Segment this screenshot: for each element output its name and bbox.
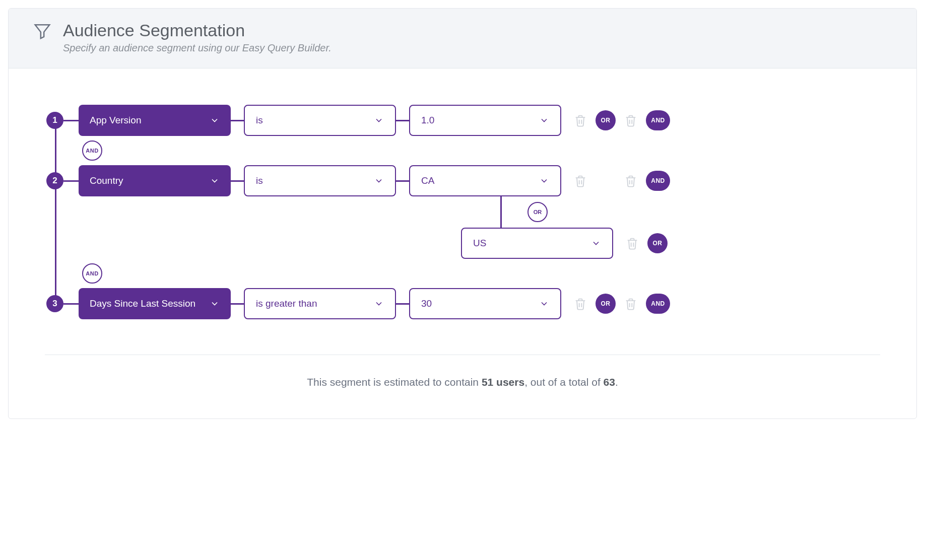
delete-or-group-button[interactable] <box>573 296 587 311</box>
card-header: Audience Segmentation Specify an audienc… <box>9 9 916 68</box>
step-badge-1: 1 <box>46 112 63 129</box>
segmentation-card: Audience Segmentation Specify an audienc… <box>8 8 917 419</box>
segment-total-count: 63 <box>604 376 615 388</box>
segment-estimate: This segment is estimated to contain 51 … <box>45 355 880 398</box>
connector-h <box>231 120 244 121</box>
connector-h <box>396 120 409 121</box>
connector-h <box>63 120 79 121</box>
query-builder: 1 App Version is 1.0 OR <box>9 68 916 418</box>
add-or-button[interactable]: OR <box>647 233 668 253</box>
step-badge-3: 3 <box>46 295 63 312</box>
delete-rule-button[interactable] <box>624 296 638 311</box>
chevron-down-icon <box>210 176 220 186</box>
value-label: 30 <box>421 298 432 309</box>
add-or-button[interactable]: OR <box>596 110 616 130</box>
attribute-select-1[interactable]: App Version <box>79 105 231 136</box>
add-or-button[interactable]: OR <box>596 294 616 314</box>
funnel-icon <box>33 22 52 43</box>
chevron-down-icon <box>210 299 220 309</box>
connector-h <box>63 303 79 305</box>
value-label: 1.0 <box>421 115 434 126</box>
chevron-down-icon <box>210 115 220 125</box>
and-connector-badge: AND <box>82 141 102 161</box>
chevron-down-icon <box>374 115 384 125</box>
operator-select-1[interactable]: is <box>244 105 396 136</box>
value-select-3[interactable]: 30 <box>409 288 561 319</box>
delete-or-group-button[interactable] <box>573 173 587 188</box>
delete-or-value-button[interactable] <box>625 236 639 251</box>
attribute-label: Days Since Last Session <box>90 298 195 309</box>
or-connector-badge: OR <box>527 202 548 222</box>
add-and-button[interactable]: AND <box>646 171 670 191</box>
delete-or-group-button[interactable] <box>573 113 587 128</box>
delete-rule-button[interactable] <box>624 173 638 188</box>
add-and-button[interactable]: AND <box>646 294 670 314</box>
operator-label: is greater than <box>256 298 317 309</box>
value-select-1[interactable]: 1.0 <box>409 105 561 136</box>
chevron-down-icon <box>539 299 549 309</box>
or-value-row: US OR <box>461 228 880 259</box>
segment-user-count: 51 users <box>482 376 524 388</box>
rule-row-3: 3 Days Since Last Session is greater tha… <box>45 288 880 319</box>
chevron-down-icon <box>374 176 384 186</box>
connector-h <box>396 303 409 305</box>
chevron-down-icon <box>539 115 549 125</box>
value-label: US <box>473 238 486 249</box>
value-label: CA <box>421 175 434 186</box>
and-connector-badge: AND <box>82 263 102 284</box>
operator-label: is <box>256 115 263 126</box>
page-title: Audience Segmentation <box>63 21 332 40</box>
operator-label: is <box>256 175 263 186</box>
operator-select-3[interactable]: is greater than <box>244 288 396 319</box>
chevron-down-icon <box>374 299 384 309</box>
page-subtitle: Specify an audience segment using our Ea… <box>63 42 332 54</box>
delete-rule-button[interactable] <box>624 113 638 128</box>
value-select-2a[interactable]: CA <box>409 165 561 196</box>
connector-h <box>396 180 409 182</box>
rule-row-1: 1 App Version is 1.0 OR <box>45 105 880 136</box>
rule-row-2: 2 Country is CA <box>45 165 880 196</box>
attribute-label: App Version <box>90 115 141 126</box>
attribute-select-3[interactable]: Days Since Last Session <box>79 288 231 319</box>
connector-h <box>231 180 244 182</box>
attribute-label: Country <box>90 175 123 186</box>
chevron-down-icon <box>539 176 549 186</box>
chevron-down-icon <box>591 238 601 248</box>
operator-select-2[interactable]: is <box>244 165 396 196</box>
value-select-2b[interactable]: US <box>461 228 613 259</box>
connector-h <box>231 303 244 305</box>
attribute-select-2[interactable]: Country <box>79 165 231 196</box>
add-and-button[interactable]: AND <box>646 110 670 130</box>
step-badge-2: 2 <box>46 172 63 189</box>
connector-h <box>63 180 79 182</box>
